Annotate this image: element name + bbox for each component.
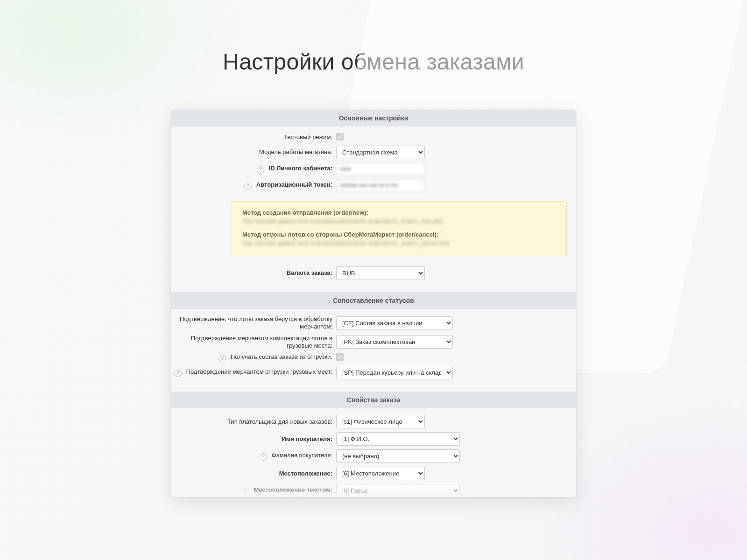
checkbox-get-composition[interactable] — [336, 353, 344, 361]
input-auth-token[interactable] — [336, 179, 425, 192]
label-cabinet-id: ID Личного кабинета: — [269, 165, 332, 172]
help-icon[interactable]: ? — [260, 453, 267, 461]
section-status-mapping: Сопоставление статусов — [171, 292, 576, 309]
notice-order-new-url: http://domain.gallery-tech.example/path/… — [242, 218, 556, 224]
select-location[interactable]: [6] Местоположение — [336, 467, 425, 480]
label-buyer-name: Имя покупателя: — [282, 435, 332, 442]
help-icon[interactable]: ? — [242, 488, 249, 495]
select-buyer-surname[interactable]: (не выбрано) — [336, 449, 460, 463]
label-test-mode: Тестовый режим: — [284, 133, 332, 140]
label-store-model: Модель работы магазина: — [259, 148, 332, 155]
notice-order-cancel-url: http://domain.gallery-tech.example/path/… — [242, 240, 556, 246]
section-order-properties: Свойства заказа — [171, 392, 576, 408]
section-main-settings: Основные настройки — [171, 110, 576, 126]
label-auth-token: Авторизационный токен: — [256, 181, 332, 188]
label-location-text: Местоположение текстом: — [254, 486, 332, 493]
notice-order-new-title: Метод создания отправления (order/new): — [242, 209, 556, 216]
select-confirm-packing[interactable]: [PK] Заказ скомплектован — [336, 335, 453, 349]
label-payer-type: Тип плательщика для новых заказов: — [227, 418, 332, 425]
page-title: Настройки обмена заказами — [0, 49, 747, 75]
label-buyer-surname: Фамилия покупателя: — [272, 452, 332, 459]
label-location: Местоположение: — [279, 470, 332, 477]
label-get-composition: Получать состав заказа из отгрузки: — [231, 353, 332, 360]
select-buyer-name[interactable]: [1] Ф.И.О. — [336, 432, 460, 446]
select-confirm-processing[interactable]: [CF] Состав заказа в налчии — [336, 316, 453, 330]
select-location-text[interactable]: [5] Город — [336, 484, 460, 497]
select-store-model[interactable]: Стандартная схема — [336, 146, 425, 159]
help-icon[interactable]: ? — [257, 166, 264, 174]
select-currency[interactable]: RUB — [336, 266, 425, 280]
label-confirm-processing: Подтверждение, что лоты заказа берутся в… — [180, 315, 332, 330]
settings-panel: Основные настройки Тестовый режим: Модел… — [171, 110, 576, 497]
endpoints-notice: Метод создания отправления (order/new): … — [232, 201, 567, 256]
label-currency: Валюта заказа: — [287, 269, 332, 276]
checkbox-test-mode[interactable] — [336, 133, 344, 140]
notice-order-cancel-title: Метод отмены лотов со стороны СберМегаМа… — [242, 231, 556, 238]
help-icon[interactable]: ? — [174, 370, 182, 377]
input-cabinet-id[interactable] — [336, 163, 425, 175]
help-icon[interactable]: ? — [218, 355, 226, 362]
label-confirm-shipping: Подтверждение мерчантом отгрузки грузовы… — [186, 368, 332, 375]
select-payer-type[interactable]: [s1] Физическое лицо — [336, 415, 425, 428]
label-confirm-packing: Подтверждение мерчантом комплектации лот… — [191, 335, 332, 349]
help-icon[interactable]: ? — [244, 182, 252, 190]
select-confirm-shipping[interactable]: [SP] Передан курьеру или на склад — [336, 366, 453, 379]
